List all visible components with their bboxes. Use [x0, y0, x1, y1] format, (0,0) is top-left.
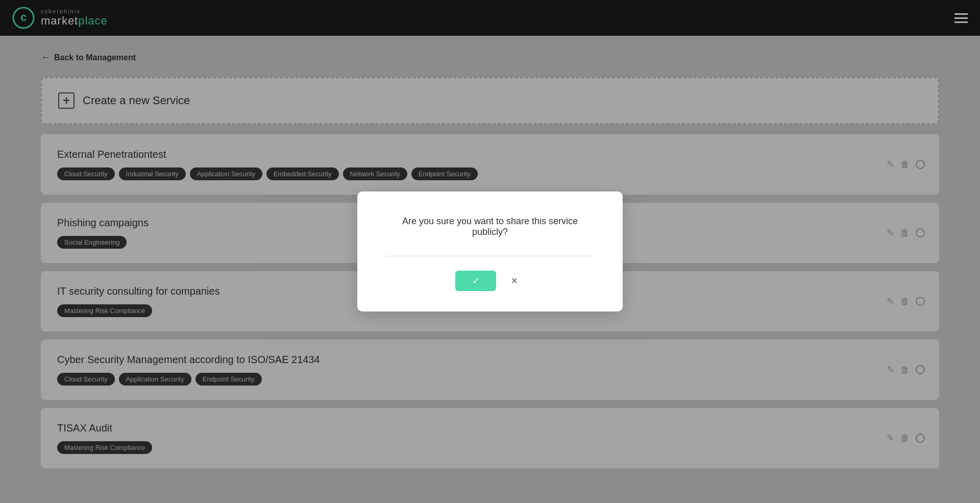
cancel-x-icon: × — [511, 274, 518, 288]
confirm-checkmark-icon: ✓ — [472, 275, 480, 286]
modal-divider — [386, 256, 594, 256]
modal-overlay: Are you sure you want to share this serv… — [0, 0, 980, 503]
modal-buttons: ✓ × — [386, 271, 594, 291]
modal-confirm-button[interactable]: ✓ — [455, 271, 496, 291]
modal-cancel-button[interactable]: × — [504, 271, 525, 291]
modal-message: Are you sure you want to share this serv… — [386, 216, 594, 237]
confirm-modal: Are you sure you want to share this serv… — [357, 191, 623, 312]
